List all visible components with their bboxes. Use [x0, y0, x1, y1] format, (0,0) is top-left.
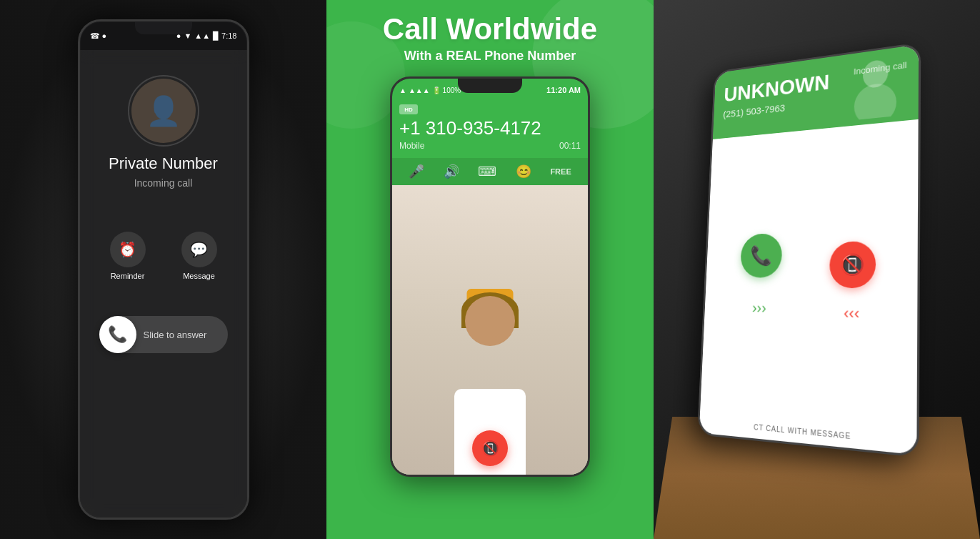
call-with-message-label: CT CALL WITH MESSAGE	[754, 423, 851, 440]
phone-screen-left: 👤 Private Number Incoming call ⏰ Reminde…	[80, 50, 247, 518]
phone-3d-container: Incoming call UNKNOWN (251) 503-7963	[654, 11, 980, 539]
end-call-icon: 📵	[481, 440, 499, 457]
signal-icon-center: ▲▲▲	[409, 86, 430, 94]
call-actions-row: 🎤 🔊 ⌨ 😊 FREE	[392, 158, 588, 185]
answer-phone-icon: 📞	[750, 244, 773, 267]
status-time-center: 11:20 AM	[546, 86, 581, 94]
left-panel: ☎ ● ● ▼ ▲▲ ▉ 7:18 👤 Private Number Incom…	[0, 0, 326, 539]
end-call-button[interactable]: 📵	[472, 430, 508, 466]
caller-avatar: 👤	[131, 79, 196, 143]
slide-circle: 📞	[99, 316, 136, 353]
caller-name: Private Number	[109, 154, 218, 173]
keypad-button[interactable]: ⌨	[478, 164, 496, 179]
phone-screen-right: Incoming call UNKNOWN (251) 503-7963	[699, 44, 919, 455]
answer-group: 📞 › › ›	[738, 233, 782, 332]
speaker-button[interactable]: 🔊	[444, 164, 459, 179]
battery-pct: 100%	[443, 86, 461, 94]
phone-notch-left	[135, 21, 192, 34]
wifi-icon-center: ▲	[399, 86, 406, 94]
phone-notch-center	[458, 79, 522, 93]
signal-icon: ▲▲	[194, 31, 210, 40]
right-panel: Incoming call UNKNOWN (251) 503-7963	[654, 0, 980, 539]
free-badge: FREE	[550, 167, 571, 176]
time-left: 7:18	[221, 31, 236, 40]
answer-chevrons: › › ›	[752, 299, 766, 317]
caller-photo: 📵	[392, 185, 588, 475]
status-icons-left: ☎ ●	[90, 31, 107, 41]
center-subtitle: With a REAL Phone Number	[383, 49, 597, 64]
right-white-section: 📞 › › › 📵	[699, 119, 919, 455]
avatar-ring	[128, 75, 199, 147]
decline-group: 📵 ‹ ‹ ‹	[829, 240, 876, 323]
emoji-button[interactable]: 😊	[516, 164, 531, 179]
reminder-button[interactable]: ⏰ Reminder	[110, 232, 146, 280]
message-label: Message	[183, 272, 215, 280]
call-info-row: Mobile 00:11	[392, 141, 588, 151]
slide-to-answer[interactable]: 📞 Slide to answer	[99, 316, 228, 353]
answer-phone-icon: 📞	[108, 325, 127, 344]
center-panel: Call Worldwide With a REAL Phone Number …	[326, 0, 654, 539]
right-buttons-row: 📞 › › › 📵	[716, 229, 902, 335]
caller-status: Incoming call	[134, 177, 193, 189]
call-type: Mobile	[399, 141, 424, 151]
chevron-3: ›	[761, 300, 766, 317]
battery-icon: ▉	[213, 31, 219, 41]
status-icons-center: ▲ ▲▲▲ 🔋 100%	[399, 86, 461, 94]
reminder-label: Reminder	[111, 272, 145, 280]
call-timer: 00:11	[559, 141, 581, 151]
phone-right: Incoming call UNKNOWN (251) 503-7963	[697, 42, 921, 458]
head	[465, 296, 515, 346]
center-header: Call Worldwide With a REAL Phone Number	[369, 0, 611, 71]
message-button[interactable]: 💬 Message	[181, 232, 217, 280]
phone-screen-center: ▲ ▲▲▲ 🔋 100% 11:20 AM HD +1 310-935-4172…	[392, 79, 588, 475]
svg-point-1	[854, 81, 896, 122]
reminder-icon: ⏰	[110, 232, 146, 267]
action-buttons: ⏰ Reminder 💬 Message	[110, 232, 217, 280]
mute-button[interactable]: 🎤	[409, 164, 424, 179]
right-person-silhouette	[840, 52, 911, 122]
answer-button[interactable]: 📞	[740, 233, 783, 277]
battery-icon-center: 🔋	[432, 86, 441, 94]
phone-center: ▲ ▲▲▲ 🔋 100% 11:20 AM HD +1 310-935-4172…	[390, 76, 590, 477]
decline-chevrons: ‹ ‹ ‹	[844, 304, 859, 323]
phone-number-display: +1 310-935-4172	[392, 117, 588, 139]
slide-text: Slide to answer	[144, 330, 207, 340]
hd-badge: HD	[399, 104, 418, 114]
message-icon: 💬	[181, 232, 217, 267]
decline-phone-icon: 📵	[840, 252, 865, 277]
phone-left: ☎ ● ● ▼ ▲▲ ▉ 7:18 👤 Private Number Incom…	[78, 19, 249, 520]
chevron-left-3: ‹	[854, 304, 860, 323]
center-title: Call Worldwide	[383, 13, 597, 46]
decline-button[interactable]: 📵	[829, 240, 876, 287]
